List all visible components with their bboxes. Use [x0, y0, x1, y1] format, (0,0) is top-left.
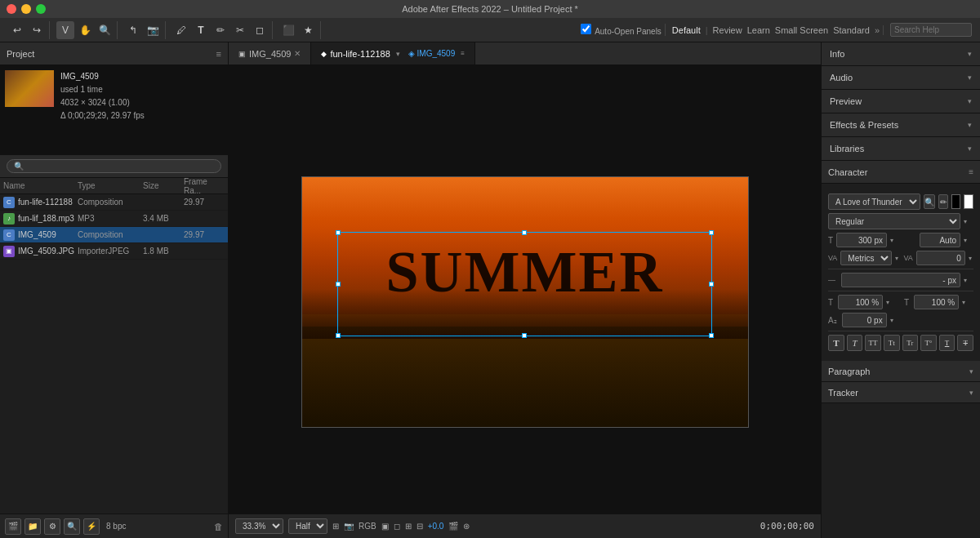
handle-rm[interactable] [709, 282, 714, 287]
redo-button[interactable]: ↪ [28, 21, 46, 39]
effects-presets-header[interactable]: Effects & Presets ▾ [822, 113, 980, 136]
close-button[interactable] [7, 4, 16, 14]
search-input[interactable] [890, 23, 972, 37]
tab-img4509[interactable]: ▣ IMG_4509 ✕ [229, 42, 311, 64]
allcaps-button[interactable]: TT [865, 335, 881, 351]
handle-bm[interactable] [522, 333, 527, 338]
font-size-input[interactable] [836, 233, 887, 247]
stroke-color-swatch[interactable] [964, 194, 973, 209]
new-folder-button[interactable]: 📁 [24, 518, 41, 535]
tracking-dropdown[interactable]: ▾ [969, 255, 973, 262]
transparency-button[interactable]: ▣ [381, 522, 389, 531]
paragraph-section-header[interactable]: Paragraph ▾ [822, 361, 980, 382]
font-style-select[interactable]: Regular [828, 213, 960, 229]
col-type: Type [78, 181, 143, 190]
underline-button[interactable]: T [939, 335, 956, 351]
subscript-button[interactable]: T° [920, 335, 937, 351]
workspace-learn[interactable]: Learn [747, 25, 770, 35]
tab-fun-life[interactable]: ◆ fun-life-112188 ▾ ◈ IMG_4509 ≡ [311, 42, 475, 64]
font-search-button[interactable]: 🔍 [924, 194, 935, 209]
project-menu-button[interactable]: ≡ [216, 49, 221, 59]
character-menu-button[interactable]: ≡ [969, 167, 973, 176]
info-header[interactable]: Info ▾ [822, 42, 980, 65]
handle-tm[interactable] [522, 230, 527, 235]
handle-tl[interactable] [336, 230, 341, 235]
fontsize-dropdown[interactable]: ▾ [890, 237, 900, 244]
show-channel-button[interactable]: RGB [359, 522, 376, 531]
new-composition-button[interactable]: 🎬 [5, 518, 21, 535]
bold-button[interactable]: T [828, 335, 844, 351]
fullscreen-button[interactable] [36, 4, 46, 14]
italic-button[interactable]: T [847, 335, 863, 351]
camera-icon-button[interactable]: 🎬 [448, 522, 458, 531]
camera-tool[interactable]: 📷 [144, 21, 162, 39]
text-tool[interactable]: T [192, 21, 210, 39]
strikethrough-button[interactable]: T [957, 335, 973, 351]
preview-header[interactable]: Preview ▾ [822, 90, 980, 113]
reset-button[interactable]: +0.0 [428, 522, 444, 531]
star-tool[interactable]: ★ [299, 21, 317, 39]
workspace-standard[interactable]: Standard [833, 25, 870, 35]
smallcaps-button[interactable]: Tt [884, 335, 900, 351]
rotate-tool[interactable]: ↰ [124, 21, 142, 39]
tab-close-button[interactable]: ✕ [294, 49, 301, 58]
handle-bl[interactable] [336, 333, 341, 338]
hand-tool[interactable]: ✋ [76, 21, 94, 39]
delete-button[interactable]: 🗑 [214, 522, 223, 531]
snapshot-button[interactable]: 📷 [344, 522, 354, 531]
leading-dropdown[interactable]: ▾ [964, 237, 973, 244]
handle-tr[interactable] [709, 230, 714, 235]
dependency-button[interactable]: ⚡ [83, 518, 100, 535]
project-settings-button[interactable]: ⚙ [44, 518, 60, 535]
font-edit-button[interactable]: ✏ [938, 194, 948, 209]
quality-dropdown[interactable]: Half [288, 518, 327, 534]
workspace-more[interactable]: » [875, 25, 880, 35]
list-item[interactable]: C IMG_4509 Composition 29.97 [0, 227, 228, 243]
viewer-options[interactable]: ⊛ [463, 522, 470, 531]
font-family-select[interactable]: A Love of Thunder [828, 193, 920, 210]
audio-header[interactable]: Audio ▾ [822, 66, 980, 89]
workspace-review[interactable]: Review [713, 25, 742, 35]
zoom-dropdown[interactable]: 33.3% [235, 518, 283, 534]
baseline-dropdown[interactable]: ▾ [890, 317, 900, 324]
undo-button[interactable]: ↩ [8, 21, 26, 39]
handle-lm[interactable] [336, 282, 341, 287]
style-dropdown-arrow[interactable]: ▾ [964, 218, 973, 225]
kerning-dropdown[interactable]: ▾ [895, 255, 900, 262]
find-button[interactable]: 🔍 [64, 518, 80, 535]
selection-tool[interactable]: V [56, 21, 74, 39]
pen-tool[interactable]: 🖊 [172, 21, 190, 39]
leading-input[interactable] [920, 233, 960, 247]
list-item[interactable]: ♪ fun-lif_188.mp3 MP3 3.4 MB [0, 211, 228, 227]
workspace-small[interactable]: Small Screen [775, 25, 828, 35]
region-button[interactable]: ◻ [394, 522, 400, 531]
list-item[interactable]: ▣ IMG_4509.JPG ImporterJPEG 1.8 MB [0, 243, 228, 260]
list-item[interactable]: C fun-life-112188 Composition 29.97 [0, 194, 228, 211]
horizontal-scale-input[interactable] [914, 295, 959, 309]
superscript-button[interactable]: Tr [902, 335, 919, 351]
handle-br[interactable] [709, 333, 714, 338]
tracker-section-header[interactable]: Tracker ▾ [822, 382, 980, 403]
kerning-select[interactable]: Metrics [840, 251, 892, 265]
kpx-dropdown[interactable]: ▾ [964, 277, 973, 284]
workspace-default[interactable]: Default [672, 25, 701, 35]
tracking-input[interactable] [916, 251, 965, 265]
brush-tool[interactable]: ✏ [212, 21, 229, 39]
clone-tool[interactable]: ✂ [231, 21, 249, 39]
auto-panels-checkbox[interactable] [581, 24, 591, 34]
zoom-tool[interactable]: 🔍 [96, 21, 114, 39]
grid-button[interactable]: ⊞ [405, 522, 412, 531]
vscale-dropdown[interactable]: ▾ [886, 299, 896, 306]
minimize-button[interactable] [21, 4, 31, 14]
eraser-tool[interactable]: ◻ [251, 21, 269, 39]
project-search-input[interactable] [7, 159, 221, 173]
fit-button[interactable]: ⊞ [332, 522, 339, 531]
guides-button[interactable]: ⊟ [416, 522, 423, 531]
baseline-shift-input[interactable] [842, 313, 887, 327]
libraries-header[interactable]: Libraries ▾ [822, 137, 980, 160]
vertical-scale-input[interactable] [838, 295, 883, 309]
hscale-dropdown[interactable]: ▾ [962, 299, 972, 306]
kerning-px-input[interactable] [841, 273, 960, 287]
fill-color-swatch[interactable] [951, 194, 961, 209]
shape-tool[interactable]: ⬛ [279, 21, 297, 39]
